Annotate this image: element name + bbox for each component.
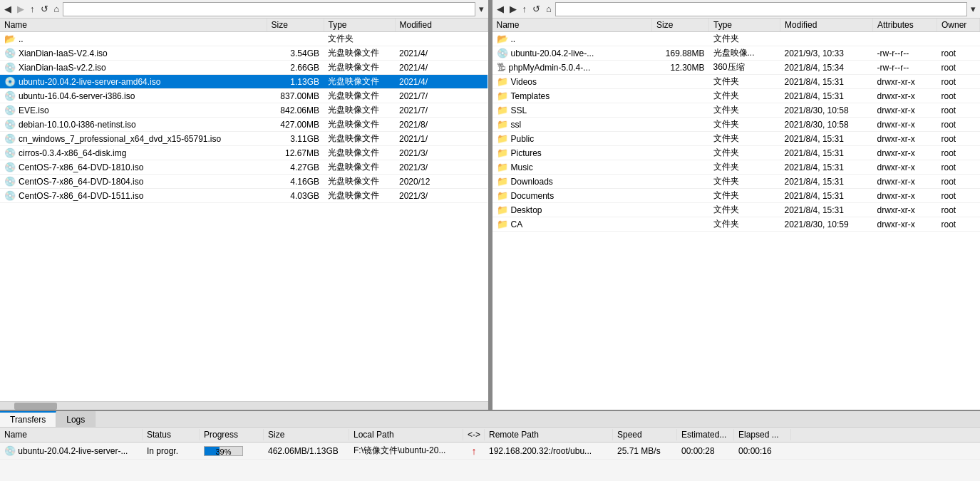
tab-logs[interactable]: Logs xyxy=(56,411,96,427)
left-file-type: 光盘映像文件 xyxy=(324,146,395,160)
right-file-owner: root xyxy=(937,175,980,189)
right-file-type: 文件夹 xyxy=(709,175,780,189)
left-path-input[interactable]: F:\镜像文件 xyxy=(63,2,475,16)
right-list-item[interactable]: 📁Pictures 文件夹 2021/8/4, 15:31 drwxr-xr-x… xyxy=(492,146,980,160)
right-file-list-container[interactable]: Name Size Type Modified Attributes Owner… xyxy=(492,19,981,410)
left-scrollbar[interactable] xyxy=(0,401,488,410)
left-list-item[interactable]: 💿CentOS-7-x86_64-DVD-1810.iso 4.27GB 光盘映… xyxy=(0,160,488,175)
right-file-size xyxy=(652,160,709,175)
left-list-item[interactable]: 💿debian-10.10.0-i386-netinst.iso 427.00M… xyxy=(0,118,488,132)
right-file-modified: 2021/8/4, 15:31 xyxy=(780,175,873,189)
right-col-modified[interactable]: Modified xyxy=(780,19,873,32)
left-list-item[interactable]: 💿cn_windows_7_professional_x64_dvd_x15-6… xyxy=(0,132,488,146)
right-list-item[interactable]: 📁Templates 文件夹 2021/8/4, 15:31 drwxr-xr-… xyxy=(492,89,980,103)
left-list-item[interactable]: 📂.. 文件夹 xyxy=(0,32,488,46)
right-file-modified: 2021/8/4, 15:31 xyxy=(780,146,873,160)
right-list-item[interactable]: 📁ssl 文件夹 2021/8/30, 10:58 drwxr-xr-x roo… xyxy=(492,118,980,132)
right-list-item[interactable]: 📁Public 文件夹 2021/8/4, 15:31 drwxr-xr-x r… xyxy=(492,132,980,146)
file-icon: 💿 xyxy=(4,90,16,101)
right-file-owner xyxy=(937,32,980,46)
right-file-owner: root xyxy=(937,189,980,203)
right-file-owner: root xyxy=(937,118,980,132)
transfers-header: Name Status Progress Size Local Path <->… xyxy=(0,428,980,443)
right-path-input[interactable]: /root xyxy=(555,2,967,16)
right-file-owner: root xyxy=(937,203,980,217)
right-file-size: 169.88MB xyxy=(652,46,709,61)
transfer-row[interactable]: 💿 ubuntu-20.04.2-live-server-... In prog… xyxy=(0,443,980,460)
left-file-size: 4.03GB xyxy=(267,189,324,203)
right-list-item[interactable]: 📁SSL 文件夹 2021/8/30, 10:58 drwxr-xr-x roo… xyxy=(492,103,980,118)
file-icon: 📁 xyxy=(497,119,508,130)
right-dropdown-btn[interactable]: ▾ xyxy=(969,3,978,15)
left-back-btn[interactable]: ◀ xyxy=(2,3,14,15)
file-icon: 📁 xyxy=(497,133,508,144)
right-file-owner: root xyxy=(937,160,980,175)
file-icon: 📂 xyxy=(497,33,508,44)
right-file-modified: 2021/8/30, 10:59 xyxy=(780,217,873,232)
left-file-list-container[interactable]: Name Size Type Modified 📂.. 文件夹 💿XianDia… xyxy=(0,19,488,401)
left-refresh-btn[interactable]: ↺ xyxy=(38,3,51,15)
right-col-type[interactable]: Type xyxy=(709,19,780,32)
file-icon: 📁 xyxy=(497,162,508,172)
right-list-item[interactable]: 💿ubuntu-20.04.2-live-... 169.88MB 光盘映像..… xyxy=(492,46,980,61)
right-file-type: 文件夹 xyxy=(709,132,780,146)
right-list-item[interactable]: 🗜phpMyAdmin-5.0.4-... 12.30MB 360压缩 2021… xyxy=(492,61,980,75)
right-file-type: 文件夹 xyxy=(709,118,780,132)
right-list-item[interactable]: 📁Music 文件夹 2021/8/4, 15:31 drwxr-xr-x ro… xyxy=(492,160,980,175)
right-list-item[interactable]: 📁Documents 文件夹 2021/8/4, 15:31 drwxr-xr-… xyxy=(492,189,980,203)
right-col-owner[interactable]: Owner xyxy=(937,19,980,32)
right-file-name: 📁Pictures xyxy=(492,146,652,160)
left-list-item[interactable]: 💿XianDian-IaaS-V2.4.iso 3.54GB 光盘映像文件 20… xyxy=(0,46,488,61)
left-list-item[interactable]: 💿XianDian-IaaS-v2.2.iso 2.66GB 光盘映像文件 20… xyxy=(0,61,488,75)
right-up-btn[interactable]: ↑ xyxy=(520,3,530,15)
right-file-type: 文件夹 xyxy=(709,75,780,89)
right-list-item[interactable]: 📁Videos 文件夹 2021/8/4, 15:31 drwxr-xr-x r… xyxy=(492,75,980,89)
right-file-size: 12.30MB xyxy=(652,61,709,75)
right-file-attr: drwxr-xr-x xyxy=(873,146,937,160)
left-col-name[interactable]: Name xyxy=(0,19,267,32)
left-list-item[interactable]: 💿ubuntu-16.04.6-server-i386.iso 837.00MB… xyxy=(0,89,488,103)
left-list-item[interactable]: 💿CentOS-7-x86_64-DVD-1804.iso 4.16GB 光盘映… xyxy=(0,175,488,189)
left-col-type[interactable]: Type xyxy=(324,19,395,32)
right-forward-btn[interactable]: ▶ xyxy=(507,3,519,15)
left-list-item[interactable]: 💿ubuntu-20.04.2-live-server-amd64.iso 1.… xyxy=(0,75,488,89)
left-file-name: 💿cn_windows_7_professional_x64_dvd_x15-6… xyxy=(0,132,267,146)
left-file-name: 💿XianDian-IaaS-v2.2.iso xyxy=(0,61,267,75)
left-forward-btn[interactable]: ▶ xyxy=(15,3,26,15)
left-list-item[interactable]: 💿cirros-0.3.4-x86_64-disk.img 12.67MB 光盘… xyxy=(0,146,488,160)
right-list-item[interactable]: 📁CA 文件夹 2021/8/30, 10:59 drwxr-xr-x root xyxy=(492,217,980,232)
left-pane: ◀ ▶ ↑ ↺ ⌂ F:\镜像文件 ▾ Name Size Type Modif… xyxy=(0,0,490,410)
left-col-modified[interactable]: Modified xyxy=(395,19,488,32)
right-refresh-btn[interactable]: ↺ xyxy=(530,3,542,15)
left-file-type: 光盘映像文件 xyxy=(324,132,395,146)
left-list-item[interactable]: 💿CentOS-7-x86_64-DVD-1511.iso 4.03GB 光盘映… xyxy=(0,189,488,203)
right-file-type: 文件夹 xyxy=(709,217,780,232)
right-home-btn[interactable]: ⌂ xyxy=(544,3,554,15)
file-icon: 💿 xyxy=(4,105,16,115)
file-icon: 📁 xyxy=(497,90,508,101)
right-list-item[interactable]: 📁Downloads 文件夹 2021/8/4, 15:31 drwxr-xr-… xyxy=(492,175,980,189)
left-file-modified: 2021/4/ xyxy=(395,46,488,61)
right-col-name[interactable]: Name xyxy=(492,19,652,32)
left-up-btn[interactable]: ↑ xyxy=(28,3,37,15)
left-file-type: 光盘映像文件 xyxy=(324,189,395,203)
left-col-size[interactable]: Size xyxy=(267,19,324,32)
tab-transfers[interactable]: Transfers xyxy=(0,411,56,427)
right-pane: ◀ ▶ ↑ ↺ ⌂ /root ▾ Name Size Type Modifie… xyxy=(492,0,981,410)
transfer-speed: 25.71 MB/s xyxy=(613,445,677,457)
left-file-name: 💿CentOS-7-x86_64-DVD-1810.iso xyxy=(0,160,267,175)
right-col-attr[interactable]: Attributes xyxy=(873,19,937,32)
left-dropdown-btn[interactable]: ▾ xyxy=(477,3,486,15)
left-file-modified: 2021/8/ xyxy=(395,118,488,132)
left-list-item[interactable]: 💿EVE.iso 842.06MB 光盘映像文件 2021/7/ xyxy=(0,103,488,118)
left-home-btn[interactable]: ⌂ xyxy=(52,3,62,15)
right-col-size[interactable]: Size xyxy=(652,19,709,32)
file-icon: 💿 xyxy=(497,48,508,58)
right-file-attr: drwxr-xr-x xyxy=(873,160,937,175)
right-file-size xyxy=(652,217,709,232)
transfers-area: Name Status Progress Size Local Path <->… xyxy=(0,428,980,481)
th-dir: <-> xyxy=(463,429,485,440)
right-back-btn[interactable]: ◀ xyxy=(495,3,506,15)
right-list-item[interactable]: 📁Desktop 文件夹 2021/8/4, 15:31 drwxr-xr-x … xyxy=(492,203,980,217)
right-list-item[interactable]: 📂.. 文件夹 xyxy=(492,32,980,46)
